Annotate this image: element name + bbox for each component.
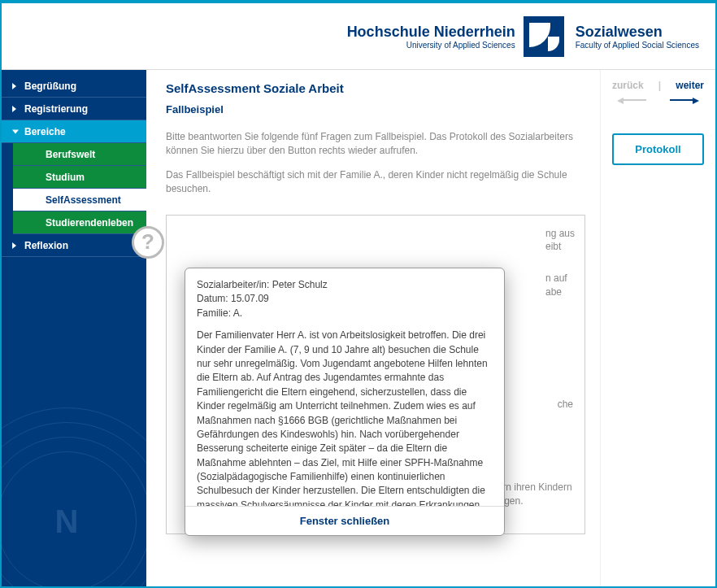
nav-sub-berufswelt[interactable]: Berufswelt: [13, 143, 146, 166]
modal-social-worker: Sozialarbeiter/in: Peter Schulz: [197, 279, 328, 290]
compass-decoration-icon: N W: [2, 407, 146, 586]
hn-subtitle: University of Applied Sciences: [406, 41, 515, 50]
modal-date: Datum: 15.07.09: [197, 293, 269, 304]
nav-greeting[interactable]: Begrüßung: [2, 75, 146, 98]
modal-close-button[interactable]: Fenster schließen: [185, 506, 504, 535]
page-subtitle: Fallbeispiel: [166, 103, 585, 115]
nav-next-link[interactable]: weiter: [676, 80, 704, 91]
case-text: Das Fallbeispiel beschäftigt sich mit de…: [166, 168, 585, 197]
brand-sw: Sozialwesen Faculty of Applied Social Sc…: [576, 24, 699, 50]
question-text-fragment-1: ng auseibt: [545, 227, 575, 255]
nav-registration[interactable]: Registrierung: [2, 98, 146, 120]
sw-title: Sozialwesen: [576, 24, 699, 41]
brand-hn: Hochschule Niederrhein University of App…: [347, 16, 576, 57]
nav-areas[interactable]: Bereiche: [2, 120, 146, 143]
protokoll-button[interactable]: Protokoll: [612, 133, 704, 165]
intro-text: Bitte beantworten Sie folgende fünf Frag…: [166, 130, 585, 159]
question-mark-icon: ?: [132, 226, 164, 259]
right-panel: zurück | weiter Protokoll: [600, 70, 715, 586]
sw-subtitle: Faculty of Applied Social Sciences: [576, 41, 699, 50]
nav-sub-selfassessment[interactable]: SelfAssessment: [13, 189, 146, 211]
sidebar: Begrüßung Registrierung Bereiche Berufsw…: [2, 70, 146, 586]
nav-sub-studierendenleben[interactable]: Studierendenleben: [13, 211, 146, 234]
modal-body-text: Der Familienvater Herr A. ist von Arbeit…: [197, 329, 493, 506]
page-title: SelfAssessment Soziale Arbeit: [166, 81, 585, 95]
question-text-fragment-2: n aufabe: [545, 272, 575, 299]
arrow-right-icon[interactable]: [667, 96, 699, 104]
modal-scroll-area[interactable]: Sozialarbeiter/in: Peter Schulz Datum: 1…: [185, 277, 504, 506]
nav-reflection[interactable]: Reflexion: [2, 234, 146, 257]
hn-title: Hochschule Niederrhein: [347, 24, 515, 41]
header: Hochschule Niederrhein University of App…: [2, 3, 715, 70]
protokoll-modal: Sozialarbeiter/in: Peter Schulz Datum: 1…: [185, 268, 505, 536]
arrow-left-icon: [617, 96, 650, 104]
modal-family: Familie: A.: [197, 307, 242, 319]
nav-back-link: zurück: [612, 80, 644, 91]
hn-logo-icon: [524, 16, 564, 57]
nav-sub-studium[interactable]: Studium: [13, 166, 146, 189]
